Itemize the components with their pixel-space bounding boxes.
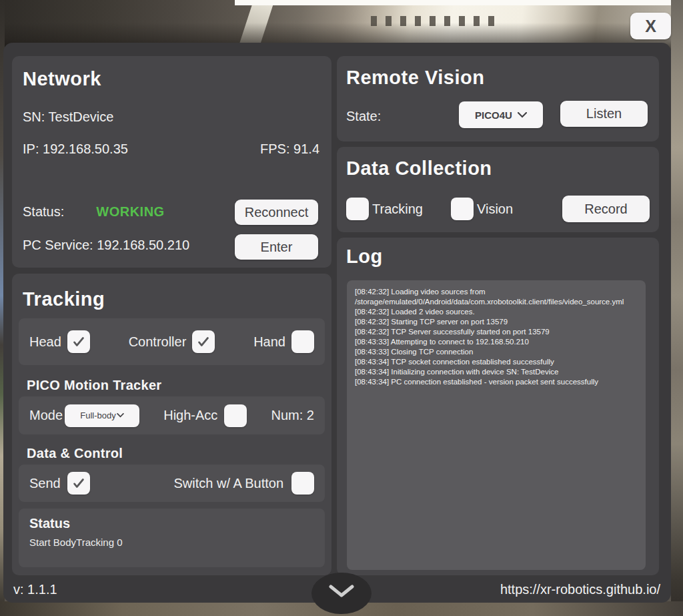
close-icon: X [645,17,656,36]
close-button[interactable]: X [630,13,671,39]
footer-url: https://xr-robotics.github.io/ [500,582,660,597]
collapse-panel-button[interactable] [311,573,372,614]
collect-tracking-label: Tracking [372,202,423,217]
log-entry: [08:43:33] Closing TCP connection [355,347,638,357]
log-panel: Log [08:42:32] Loading video sources fro… [337,238,659,575]
log-entry: [08:42:32] Starting TCP server on port 1… [355,317,638,327]
mode-dropdown-value: Full-body [80,410,115,420]
controller-checkbox[interactable] [192,330,215,353]
remote-vision-panel: Remote Vision State: PICO4U Listen [337,56,659,141]
high-acc-label: High-Acc [163,408,217,423]
send-label: Send [29,476,61,491]
version-text: v: 1.1.1 [13,582,57,597]
log-scroll-view[interactable]: [08:42:32] Loading video sources from /s… [347,280,646,570]
chevron-down-icon [327,584,356,599]
serial-number-text: SN: TestDevice [23,109,113,125]
hand-label: Hand [253,334,285,350]
data-control-title: Data & Control [27,446,123,461]
data-control-row: Send Switch w/ A Button [19,465,325,502]
log-entry: [08:43:33] Attempting to connect to 192.… [355,337,638,347]
status-value: WORKING [96,204,164,220]
record-button-label: Record [584,202,627,217]
log-entry: [08:43:34] TCP socket connection establi… [355,357,638,367]
network-panel: Network SN: TestDevice IP: 192.168.50.35… [12,56,331,268]
mode-label: Mode [29,408,63,423]
reconnect-button[interactable]: Reconnect [235,200,318,225]
pc-service-text: PC Service: 192.168.50.210 [23,238,189,253]
log-entry: [08:42:32] Loaded 2 video sources. [355,307,638,317]
hand-checkbox[interactable] [291,330,314,353]
tracking-title: Tracking [23,288,105,310]
tracking-sources-row: Head Controller Hand [19,318,325,365]
chevron-down-icon [518,112,527,118]
collect-vision-checkbox[interactable] [451,198,474,220]
log-entry: [08:42:32] TCP Server successfully start… [355,327,638,337]
passthrough-right-edge [671,0,683,616]
high-acc-checkbox[interactable] [224,404,247,427]
enter-button[interactable]: Enter [235,234,318,260]
log-entry: [08:43:34] Initializing connection with … [355,367,638,377]
main-panel: Network SN: TestDevice IP: 192.168.50.35… [3,43,671,603]
head-label: Head [29,334,61,350]
top-light-strip [235,0,683,5]
log-title: Log [346,246,383,268]
listen-button-label: Listen [586,106,622,121]
xr-client-screen: X Network SN: TestDevice IP: 192.168.50.… [0,0,683,616]
collect-tracking-checkbox[interactable] [346,198,369,220]
collect-vision-label: Vision [477,202,513,217]
ip-text: IP: 192.168.50.35 [23,141,128,157]
pico-tracker-row: Mode Full-body High-Acc Num: 2 [19,396,325,434]
mode-dropdown[interactable]: Full-body [65,404,139,427]
tracking-panel: Tracking Head Controller Hand [12,274,331,575]
log-entry: [08:43:34] PC connection established - v… [355,377,638,387]
network-title: Network [23,68,101,90]
state-dropdown-value: PICO4U [475,109,512,121]
pico-motion-tracker-title: PICO Motion Tracker [27,378,161,393]
tracking-status-text: Start BodyTracking 0 [29,537,123,548]
tracking-status-box: Status Start BodyTracking 0 [19,509,325,567]
switch-a-button-checkbox[interactable] [291,472,314,495]
switch-a-button-label: Switch w/ A Button [173,476,283,491]
reconnect-button-label: Reconnect [245,205,309,220]
state-label: State: [346,109,381,124]
log-entry: [08:42:32] Loading video sources from /s… [355,287,638,307]
chevron-down-icon [117,413,124,418]
record-button[interactable]: Record [562,196,650,222]
send-checkbox[interactable] [67,472,90,495]
head-checkbox[interactable] [67,330,90,353]
listen-button[interactable]: Listen [560,101,648,127]
check-icon [71,334,86,349]
fps-text: FPS: 91.4 [260,141,319,157]
enter-button-label: Enter [261,240,293,255]
state-dropdown[interactable]: PICO4U [459,101,543,128]
num-text: Num: 2 [271,408,314,423]
tracking-status-title: Status [29,516,70,531]
check-icon [196,334,211,349]
controller-label: Controller [129,334,187,350]
data-collection-title: Data Collection [346,158,492,180]
check-icon [71,476,86,491]
remote-vision-title: Remote Vision [346,67,484,89]
data-collection-panel: Data Collection Tracking Vision Record [337,147,659,232]
status-label: Status: [23,204,64,220]
